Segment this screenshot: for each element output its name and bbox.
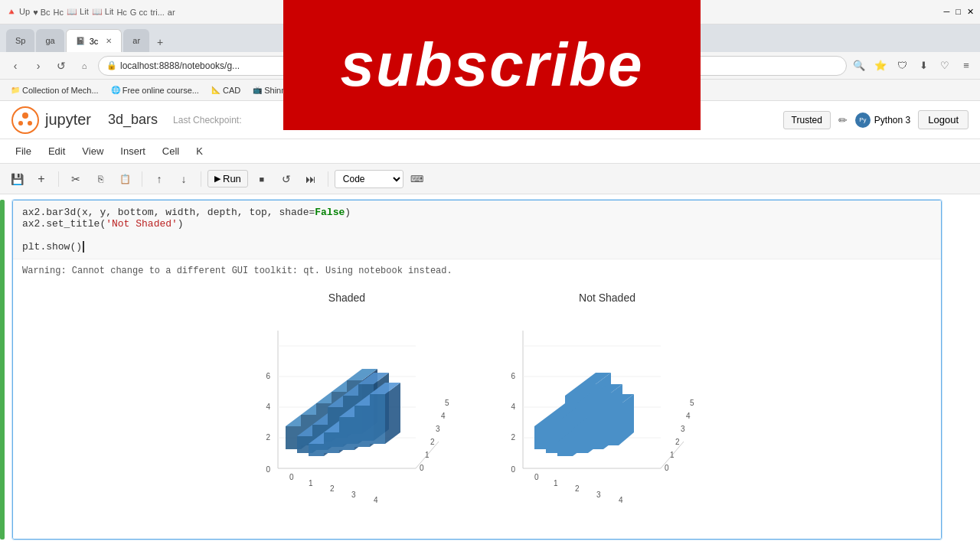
svg-text:3: 3 xyxy=(351,491,356,499)
code-line-4: plt.show() xyxy=(22,241,932,253)
python-label: Python 3 xyxy=(874,115,910,126)
paste-btn[interactable]: 📋 xyxy=(114,168,136,190)
back-btn[interactable]: ‹ xyxy=(6,57,24,75)
interrupt-btn[interactable]: ■ xyxy=(251,168,273,190)
tab-label: ar xyxy=(132,36,140,45)
toolbar-separator-3 xyxy=(201,171,201,187)
svg-text:2: 2 xyxy=(675,438,680,446)
menu-edit[interactable]: Edit xyxy=(41,142,73,160)
notebook-content[interactable]: ax2.bar3d(x, y, bottom, width, depth, to… xyxy=(0,194,980,551)
svg-text:4: 4 xyxy=(266,403,270,411)
move-up-btn[interactable]: ↑ xyxy=(149,168,170,190)
home-btn[interactable]: ⌂ xyxy=(75,57,93,75)
toolbar-separator-1 xyxy=(58,171,59,187)
search-icon[interactable]: 🔍 xyxy=(851,58,867,73)
plots-container: Shaded xyxy=(22,276,932,533)
title-item: 🔺 Up xyxy=(6,7,30,17)
svg-marker-58 xyxy=(324,432,339,453)
restart-run-btn[interactable]: ⏭ xyxy=(300,168,322,190)
shaded-plot: Shaded xyxy=(217,292,477,517)
cell-type-select[interactable]: Code xyxy=(335,170,403,188)
menu-insert[interactable]: Insert xyxy=(113,142,153,160)
tab-ar[interactable]: ar xyxy=(123,29,149,52)
restart-btn[interactable]: ↺ xyxy=(276,168,297,190)
menu-cell[interactable]: Cell xyxy=(155,142,187,160)
trusted-button[interactable]: Trusted xyxy=(783,111,831,129)
bookmark-icon[interactable]: ⭐ xyxy=(873,58,888,73)
bookmark-label: Free online course... xyxy=(122,86,199,95)
svg-marker-64 xyxy=(354,406,370,447)
toolbar-separator-4 xyxy=(328,171,328,187)
add-cell-btn[interactable]: + xyxy=(31,168,52,190)
tab-ga[interactable]: ga xyxy=(36,29,64,52)
bookmark-mech[interactable]: 📁 Collection of Mech... xyxy=(6,84,103,96)
pencil-icon[interactable]: ✏ xyxy=(838,114,848,126)
cut-btn[interactable]: ✂ xyxy=(65,168,87,190)
close-btn[interactable]: ✕ xyxy=(967,7,974,17)
svg-point-1 xyxy=(18,121,23,126)
menu-file[interactable]: File xyxy=(8,142,39,160)
svg-text:2: 2 xyxy=(575,484,580,493)
svg-text:3: 3 xyxy=(596,491,601,499)
logout-button[interactable]: Logout xyxy=(918,110,969,129)
title-item: G cc xyxy=(130,8,148,17)
bookmark-icon: 📐 xyxy=(211,86,220,94)
new-tab-btn[interactable]: + xyxy=(151,32,169,52)
forward-btn[interactable]: › xyxy=(29,57,47,75)
maximize-btn[interactable]: □ xyxy=(956,7,961,17)
refresh-btn[interactable]: ↺ xyxy=(52,57,70,75)
svg-point-0 xyxy=(22,112,28,119)
move-down-btn[interactable]: ↓ xyxy=(173,168,194,190)
svg-text:4: 4 xyxy=(374,496,378,504)
run-btn[interactable]: ▶ Run xyxy=(207,170,248,187)
svg-marker-67 xyxy=(370,394,385,444)
tab-close-btn[interactable]: ✕ xyxy=(106,37,112,45)
cell-input[interactable]: ax2.bar3d(x, y, bottom, width, depth, to… xyxy=(13,201,941,259)
keyboard-btn[interactable]: ⌨ xyxy=(407,168,428,190)
svg-text:6: 6 xyxy=(266,372,270,380)
svg-text:1: 1 xyxy=(670,451,675,459)
svg-text:5: 5 xyxy=(690,399,694,407)
save-toolbar-btn[interactable]: 💾 xyxy=(6,168,28,190)
minimize-btn[interactable]: ─ xyxy=(944,7,950,17)
cell-wrapper[interactable]: ax2.bar3d(x, y, bottom, width, depth, to… xyxy=(12,200,942,540)
svg-point-2 xyxy=(28,121,32,126)
title-item: tri... xyxy=(150,8,164,17)
menu-view[interactable]: View xyxy=(74,142,111,160)
svg-text:0: 0 xyxy=(534,473,539,481)
window-controls: ─ □ ✕ xyxy=(944,7,974,17)
bookmark-icon: 📁 xyxy=(11,86,20,94)
svg-text:0: 0 xyxy=(266,465,270,474)
bookmark-icon: 📺 xyxy=(253,86,262,94)
copy-btn[interactable]: ⎘ xyxy=(90,168,111,190)
tab-sp[interactable]: Sp xyxy=(6,29,34,52)
shaded-plot-svg: 0 2 4 6 0 1 2 3 4 0 xyxy=(217,308,454,514)
menu-icon[interactable]: ≡ xyxy=(959,58,974,73)
code-cell: ax2.bar3d(x, y, bottom, width, depth, to… xyxy=(0,194,980,545)
tab-label: Sp xyxy=(15,36,25,45)
shaded-plot-title: Shaded xyxy=(217,292,477,304)
jupyter-app-name: jupyter xyxy=(45,111,91,129)
download-icon[interactable]: ⬇ xyxy=(916,58,931,73)
shield-icon[interactable]: 🛡 xyxy=(894,58,910,73)
title-item: ♥ Bc xyxy=(33,8,50,17)
tab-3c[interactable]: 📓 3c ✕ xyxy=(66,29,122,52)
svg-text:4: 4 xyxy=(686,412,691,420)
svg-text:1: 1 xyxy=(425,451,430,459)
bookmark-cad[interactable]: 📐 CAD xyxy=(207,84,245,96)
bookmark-course[interactable]: 🌐 Free online course... xyxy=(106,84,204,96)
warning-text: Warning: Cannot change to a different GU… xyxy=(22,266,932,276)
jupyter-container: jupyter 3d_bars Last Checkpoint: Trusted… xyxy=(0,101,980,551)
svg-text:0: 0 xyxy=(289,473,294,481)
heart-icon[interactable]: ♡ xyxy=(937,58,952,73)
jupyter-menubar: File Edit View Insert Cell K xyxy=(0,139,980,164)
menu-kernel[interactable]: K xyxy=(188,142,211,160)
svg-marker-61 xyxy=(339,417,354,450)
nav-icons: 🔍 ⭐ 🛡 ⬇ ♡ ≡ xyxy=(851,58,974,73)
run-label: Run xyxy=(223,173,241,184)
toolbar-separator-2 xyxy=(142,171,142,187)
svg-text:0: 0 xyxy=(665,464,669,472)
jupyter-header-right: Trusted ✏ Py Python 3 Logout xyxy=(783,110,969,129)
svg-text:1: 1 xyxy=(554,479,558,487)
svg-marker-116 xyxy=(557,442,573,456)
